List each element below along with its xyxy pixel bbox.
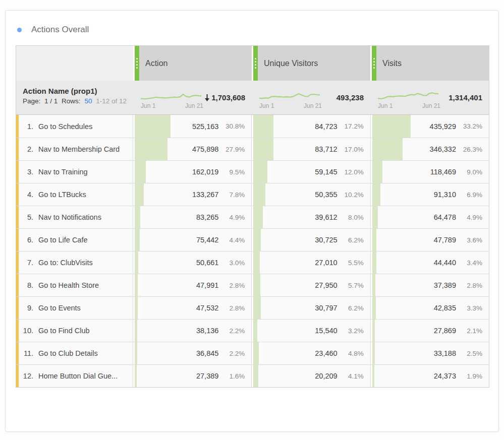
percent-bar [372, 115, 411, 138]
metric-summary-cell: Jun 1 Jun 21 493,238 [253, 81, 370, 114]
row-name: Nav to Training [38, 168, 91, 176]
metric-value-cell: 435,929 33.2% [372, 115, 489, 138]
row-name: Go to Find Club [38, 327, 93, 335]
column-drag-handle-icon[interactable] [135, 46, 139, 81]
row-name: Go to Schedules [38, 122, 95, 131]
row-name-cell[interactable]: 3. Nav to Training [16, 161, 133, 183]
row-marker-strip [16, 161, 19, 183]
metric-percent: 6.9% [456, 191, 482, 199]
page-label: Page: [23, 97, 40, 105]
metric-value-cell: 475,898 27.9% [135, 138, 252, 160]
metric-percent: 8.0% [338, 214, 364, 221]
metric-percent: 6.2% [338, 304, 364, 312]
metric-percent: 17.2% [338, 122, 364, 130]
metric-total: 1,703,608 [203, 93, 245, 102]
sort-descending-icon [204, 94, 210, 101]
metric-column-header[interactable]: Action [135, 46, 252, 81]
rows-per-page-link[interactable]: 50 [84, 97, 92, 105]
row-rank: 4. [16, 191, 33, 199]
metric-value-cell: 162,019 9.5% [135, 161, 252, 183]
metric-value-cell: 50,355 10.2% [253, 183, 370, 206]
table-row: 11. Go to Club Details 36,845 2.2% 23,46… [16, 342, 489, 364]
metric-column-header[interactable]: Visits [372, 46, 489, 81]
metric-value: 50,355 [315, 191, 337, 199]
table-row: 1. Go to Schedules 525,163 30.8% 84,723 … [16, 115, 489, 138]
row-name-cell[interactable]: 6. Go to Life Cafe [16, 229, 133, 251]
metric-value-cell: 47,991 2.8% [135, 274, 252, 296]
metric-value-cell: 33,188 2.5% [372, 342, 489, 364]
metric-percent: 2.1% [456, 327, 482, 335]
metric-value: 24,373 [434, 372, 456, 380]
metric-value-cell: 23,460 4.8% [253, 342, 370, 364]
metric-percent: 26.3% [456, 146, 482, 153]
row-rank: 6. [16, 236, 33, 244]
percent-bar [372, 274, 375, 296]
metric-value-cell: 133,267 7.8% [135, 183, 252, 206]
column-drag-handle-icon[interactable] [372, 46, 376, 81]
percent-bar [253, 138, 273, 160]
metric-value-cell: 75,442 4.4% [135, 229, 252, 251]
metric-value: 50,661 [196, 259, 218, 267]
metric-percent: 1.6% [218, 372, 245, 380]
percent-bar [372, 342, 375, 364]
table-row: 12. Home Button Dial Gue... 27,389 1.6% … [16, 364, 489, 387]
row-name: Home Button Dial Gue... [38, 372, 121, 380]
row-rank: 9. [16, 304, 33, 312]
row-marker-strip [16, 274, 19, 296]
row-name-cell[interactable]: 11. Go to Club Details [16, 342, 133, 364]
pagination: Page: 1 / 1 Rows: 50 1-12 of 12 [23, 97, 129, 105]
sparkline-start-date: Jun 1 [259, 102, 274, 109]
metric-value: 27,950 [315, 281, 337, 289]
metric-value-cell: 27,389 1.6% [135, 365, 252, 387]
metric-percent: 2.2% [218, 327, 245, 335]
table-row: 7. Go to: ClubVisits 50,661 3.0% 27,010 … [16, 251, 489, 274]
metric-percent: 3.4% [456, 259, 482, 267]
metric-column-header[interactable]: Unique Visitors [253, 46, 370, 81]
metric-percent: 4.8% [338, 350, 364, 357]
metric-value: 23,460 [315, 349, 337, 357]
metric-value: 91,310 [434, 191, 456, 199]
metric-value: 27,389 [196, 372, 218, 380]
row-name-cell[interactable]: 10. Go to Find Club [16, 320, 133, 342]
percent-bar [135, 320, 137, 342]
metric-percent: 33.2% [456, 122, 482, 130]
row-name-cell[interactable]: 9. Go to Events [16, 297, 133, 319]
table-row: 6. Go to Life Cafe 75,442 4.4% 30,725 6.… [16, 228, 489, 251]
row-name-cell[interactable]: 1. Go to Schedules [16, 115, 133, 138]
row-name: Go to: ClubVisits [38, 259, 96, 267]
row-name-cell[interactable]: 8. Go to Health Store [16, 274, 133, 296]
table-row: 10. Go to Find Club 38,136 2.2% 15,540 3… [16, 319, 489, 342]
metric-value: 39,612 [315, 213, 337, 221]
panel-header: Actions Overall [6, 11, 498, 35]
metric-value: 36,845 [196, 349, 218, 357]
metric-percent: 4.9% [456, 214, 482, 221]
row-name-cell[interactable]: 2. Nav to Membership Card [16, 138, 133, 160]
row-rank: 3. [16, 168, 33, 176]
percent-bar [253, 161, 267, 183]
table-row: 8. Go to Health Store 47,991 2.8% 27,950… [16, 274, 489, 296]
metric-value: 38,136 [196, 327, 218, 335]
metric-percent: 3.3% [456, 304, 482, 312]
metric-value: 20,209 [315, 372, 337, 380]
percent-bar [135, 274, 138, 296]
column-drag-handle-icon[interactable] [253, 46, 258, 81]
row-name: Go to LTBucks [38, 191, 89, 199]
row-name-cell[interactable]: 7. Go to: ClubVisits [16, 252, 133, 274]
metric-percent: 4.9% [218, 214, 245, 221]
percent-bar [372, 138, 403, 160]
percent-bar [135, 183, 144, 206]
metric-value: 47,789 [434, 236, 456, 244]
metric-percent: 30.8% [218, 122, 245, 130]
metric-value-cell: 37,389 2.8% [372, 274, 489, 296]
metric-total: 493,238 [322, 93, 364, 102]
metric-value: 15,540 [315, 327, 337, 335]
row-name: Go to Life Cafe [38, 236, 91, 244]
metric-column-label: Action [145, 59, 167, 68]
metric-value-cell: 27,869 2.1% [372, 320, 489, 342]
row-name-cell[interactable]: 4. Go to LTBucks [16, 183, 133, 206]
percent-bar [372, 183, 380, 206]
row-name-cell[interactable]: 12. Home Button Dial Gue... [16, 365, 133, 387]
percent-bar [135, 161, 146, 183]
row-name-cell[interactable]: 5. Nav to Notifications [16, 206, 133, 228]
metric-percent: 4.4% [218, 236, 245, 244]
